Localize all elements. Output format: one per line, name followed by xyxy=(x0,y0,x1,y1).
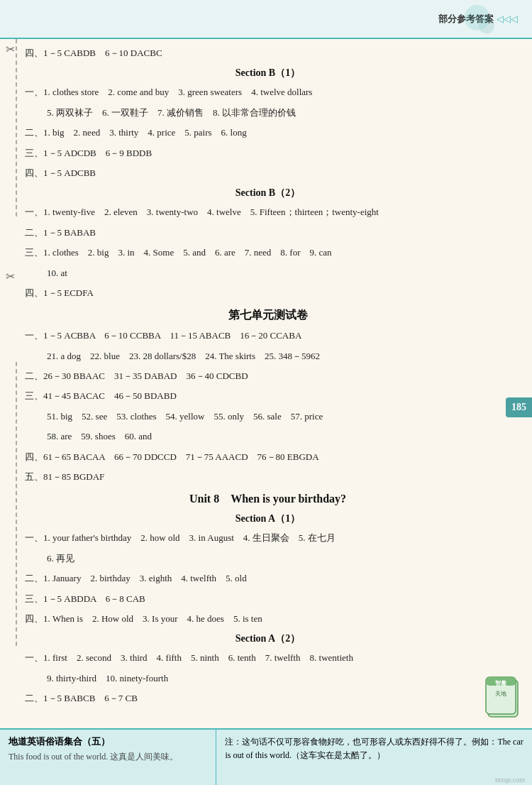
b1-yi-1: 一、1. clothes store 2. come and buy 3. gr… xyxy=(25,84,511,100)
corner-decoration: 智趣 天地 xyxy=(484,674,523,723)
section-b2-title: Section B（2） xyxy=(25,187,511,199)
svg-text:智趣: 智趣 xyxy=(494,680,506,686)
a1-san: 三、1－5 ABDDA 6－8 CAB xyxy=(25,591,511,607)
bottom-left-title: 地道英语俗语集合（五） xyxy=(9,735,207,748)
bottom-left-english: This food is out of the world. 这真是人间美味。 xyxy=(9,751,207,763)
b2-er: 二、1－5 BABAB xyxy=(25,224,511,241)
b2-si: 四、1－5 ECDFA xyxy=(25,285,511,301)
u7-yi-2: 21. a dog 22. blue 23. 28 dollars/$28 24… xyxy=(38,348,511,364)
header-decoration xyxy=(458,4,497,35)
a1-er: 二、1. January 2. birthday 3. eighth 4. tw… xyxy=(25,570,511,586)
a1-yi-1: 一、1. your father's birthday 2. how old 3… xyxy=(25,529,511,546)
u7-yi-1: 一、1－5 ACBBA 6－10 CCBBA 11－15 ABACB 16－20… xyxy=(25,327,511,344)
b1-san: 三、1－5 ADCDB 6－9 BDDB xyxy=(25,145,511,161)
b2-yi: 一、1. twenty-five 2. eleven 3. twenty-two… xyxy=(25,204,511,220)
page-header: 部分参考答案 ◁◁◁ xyxy=(0,0,532,39)
svg-text:天地: 天地 xyxy=(495,691,506,697)
b1-yi-2: 5. 两双袜子 6. 一双鞋子 7. 减价销售 8. 以非常合理的价钱 xyxy=(38,104,511,121)
u7-san: 三、41－45 BACAC 46－50 BDABD xyxy=(25,388,511,404)
scroll-icon: 智趣 天地 xyxy=(484,674,523,723)
unit8-title: Unit 8 When is your birthday? xyxy=(25,492,511,507)
u7-san-3: 58. are 59. shoes 60. and xyxy=(38,428,511,444)
a2-yi-1: 一、1. first 2. second 3. third 4. fifth 5… xyxy=(25,649,511,666)
section-a1-title: Section A（1） xyxy=(25,512,511,525)
bottom-left-section: 地道英语俗语集合（五） This food is out of the worl… xyxy=(0,730,216,785)
unit7-title: 第七单元测试卷 xyxy=(25,308,511,323)
b2-san-2: 10. at xyxy=(38,265,511,281)
scissors-mid-icon: ✂ xyxy=(6,270,15,283)
page-number: 185 xyxy=(506,397,532,417)
cut-line-top xyxy=(16,39,17,216)
u7-si: 四、61－65 BACAA 66－70 DDCCD 71－75 AAACD 76… xyxy=(25,449,511,465)
a1-si: 四、1. When is 2. How old 3. Is your 4. he… xyxy=(25,610,511,627)
b1-er: 二、1. big 2. need 3. thirty 4. price 5. p… xyxy=(25,124,511,141)
a1-yi-2: 6. 再见 xyxy=(38,550,511,566)
b2-san-1: 三、1. clothes 2. big 3. in 4. Some 5. and… xyxy=(25,244,511,260)
bottom-right-note: 注：这句话不仅可形容食物好吃，也可形容人或东西好得不得了。例如：The car … xyxy=(225,737,523,760)
bottom-info-box: 地道英语俗语集合（五） This food is out of the worl… xyxy=(0,728,532,785)
watermark: mxqe.com xyxy=(495,776,525,784)
section-four-answers: 四、1－5 CABDB 6－10 DACBC xyxy=(25,45,511,61)
header-arrows: ◁◁◁ xyxy=(497,13,518,25)
section-a2-title: Section A（2） xyxy=(25,632,511,645)
cut-line-bottom xyxy=(16,362,17,646)
bottom-right-section: 注：这句话不仅可形容食物好吃，也可形容人或东西好得不得了。例如：The car … xyxy=(216,730,532,785)
u7-wu: 五、81－85 BGDAF xyxy=(25,468,511,485)
b1-si: 四、1－5 ADCBB xyxy=(25,165,511,181)
a2-yi-2: 9. thirty-third 10. ninety-fourth xyxy=(38,670,511,686)
page-container: 部分参考答案 ◁◁◁ ✂ ✂ 185 四、1－5 CABDB 6－10 DACB… xyxy=(0,0,532,785)
main-content: 四、1－5 CABDB 6－10 DACBC Section B（1） 一、1.… xyxy=(0,39,532,716)
svg-point-1 xyxy=(479,18,494,34)
a2-er: 二、1－5 BABCB 6－7 CB xyxy=(25,690,511,706)
u7-san-2: 51. big 52. see 53. clothes 54. yellow 5… xyxy=(38,408,511,424)
u7-er: 二、26－30 BBAAC 31－35 DABAD 36－40 CDCBD xyxy=(25,368,511,384)
section-b1-title: Section B（1） xyxy=(25,67,511,79)
scissors-top-icon: ✂ xyxy=(6,43,15,56)
